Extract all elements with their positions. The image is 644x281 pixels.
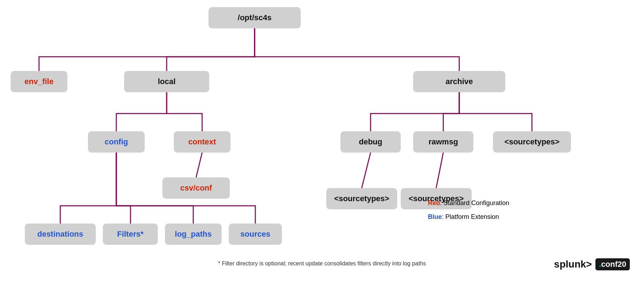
node-csv-conf: csv/conf: [162, 177, 230, 199]
svg-line-2: [436, 153, 443, 188]
diagram-container: /opt/sc4s env_file local archive config …: [0, 0, 644, 281]
brand-splunk-text: splunk>: [554, 259, 592, 270]
node-sourcetypes-arc: <sourcetypes>: [493, 131, 571, 153]
node-filters: Filters*: [103, 224, 158, 245]
brand-conf-text: .conf20: [595, 258, 630, 270]
node-local: local: [124, 71, 209, 92]
legend: Red: Standard Configuration Blue: Platfo…: [428, 196, 509, 224]
node-rawmsg: rawmsg: [413, 131, 473, 153]
node-destinations: destinations: [25, 224, 96, 245]
legend-blue-label: Blue: [428, 213, 442, 220]
node-log-paths: log_paths: [165, 224, 222, 245]
legend-red-desc: : Standard Configuration: [440, 199, 509, 206]
legend-red-label: Red: [428, 199, 440, 206]
svg-line-1: [362, 153, 371, 188]
node-config: config: [88, 131, 145, 153]
node-debug: debug: [340, 131, 401, 153]
footnote: * Filter directory is optional; recent u…: [218, 260, 426, 267]
legend-blue-desc: : Platform Extension: [442, 213, 499, 220]
node-sourcetypes-dbg: <sourcetypes>: [326, 188, 397, 209]
node-root: /opt/sc4s: [209, 7, 301, 28]
node-sources: sources: [229, 224, 282, 245]
brand: splunk> .conf20: [554, 258, 630, 270]
node-env-file: env_file: [11, 71, 67, 92]
node-archive: archive: [413, 71, 505, 92]
node-context: context: [174, 131, 231, 153]
svg-line-0: [196, 153, 202, 177]
